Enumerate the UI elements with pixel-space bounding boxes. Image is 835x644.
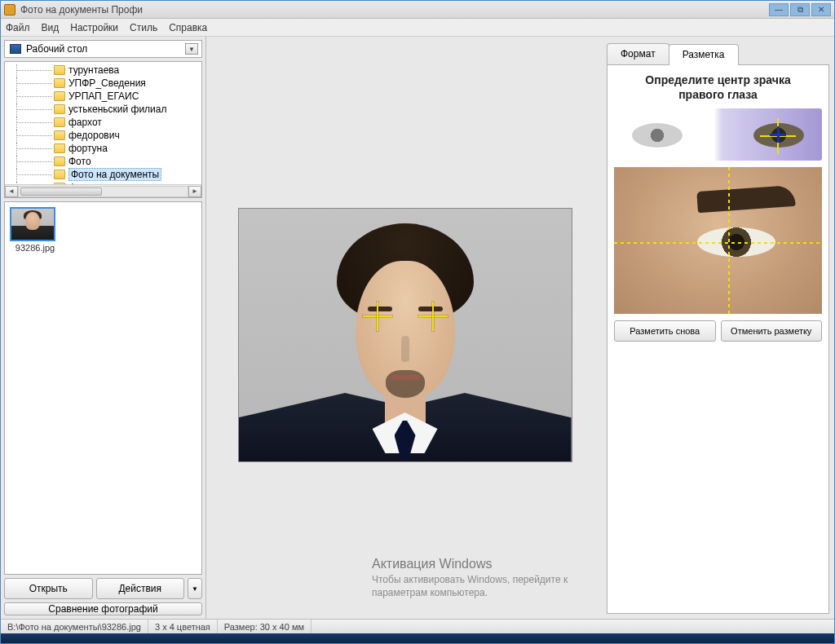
folder-icon xyxy=(54,130,65,140)
tree-item-label: Фото xyxy=(68,156,91,167)
guide-line-h xyxy=(614,242,822,244)
tree-item-label: турунтаева xyxy=(68,64,119,76)
tree-item[interactable]: турунтаева xyxy=(5,64,201,77)
menu-style[interactable]: Стиль xyxy=(130,22,157,33)
tree-item[interactable]: федорович xyxy=(5,129,201,142)
tab-body: Определите центр зрачка правого глаза Ра… xyxy=(607,64,829,614)
tree-item[interactable]: УРПАП_ЕГАИС xyxy=(5,90,201,103)
tree-item-label: федорович xyxy=(68,130,120,141)
scroll-right-icon[interactable]: ► xyxy=(188,186,201,197)
thumbnail-image xyxy=(10,207,55,241)
actions-dropdown[interactable]: ▼ xyxy=(188,578,202,599)
menu-help[interactable]: Справка xyxy=(169,22,207,33)
app-icon xyxy=(4,4,15,15)
tree-item-label: устькеньский филиал xyxy=(68,104,167,115)
status-bar: B:\Фото на документы\93286.jpg 3 x 4 цве… xyxy=(1,619,834,633)
scroll-left-icon[interactable]: ◄ xyxy=(5,186,18,197)
folder-icon xyxy=(54,157,65,166)
windows-activation-watermark: Активация Windows Чтобы активировать Win… xyxy=(372,555,592,599)
tree-item-label: УРПАП_ЕГАИС xyxy=(68,90,139,102)
thumbnail-label: 93286.jpg xyxy=(10,243,60,253)
os-taskbar[interactable] xyxy=(1,633,834,643)
zoom-preview[interactable] xyxy=(614,167,822,314)
tree-item-label: УПФР_Сведения xyxy=(68,77,146,89)
cancel-markup-button[interactable]: Отменить разметку xyxy=(721,320,823,342)
tree-item[interactable]: Фото на документы xyxy=(5,168,201,181)
scroll-thumb[interactable] xyxy=(20,187,102,196)
status-size: Размер: 30 x 40 мм xyxy=(218,620,311,633)
status-color: 3 x 4 цветная xyxy=(148,620,218,633)
actions-button[interactable]: Действия xyxy=(96,578,185,599)
compare-button[interactable]: Сравнение фотографий xyxy=(4,602,202,615)
panel-tabs: Формат Разметка xyxy=(607,42,829,64)
tree-hscroll[interactable]: ◄ ► xyxy=(5,184,201,197)
tree-item[interactable]: фортуна xyxy=(5,142,201,155)
open-button[interactable]: Открыть xyxy=(4,578,93,599)
main-photo[interactable] xyxy=(238,208,572,462)
sidebar: Рабочий стол ▼ турунтаеваУПФР_СведенияУР… xyxy=(1,37,206,619)
tree-item[interactable]: Фото xyxy=(5,155,201,168)
tree-item-label: фархот xyxy=(68,117,102,128)
location-combo[interactable]: Рабочий стол ▼ xyxy=(4,40,202,58)
guide-line-v xyxy=(728,167,730,314)
folder-icon xyxy=(54,78,65,88)
tab-markup[interactable]: Разметка xyxy=(669,44,739,65)
tree-item-label: фото паспорт xyxy=(68,182,130,184)
menu-file[interactable]: Файл xyxy=(6,22,30,33)
tree-item[interactable]: фото паспорт xyxy=(5,181,201,184)
folder-icon xyxy=(54,183,65,184)
tree-item[interactable]: УПФР_Сведения xyxy=(5,77,201,90)
thumbnail-item[interactable]: 93286.jpg xyxy=(10,207,60,253)
remark-button[interactable]: Разметить снова xyxy=(614,320,716,342)
status-path: B:\Фото на документы\93286.jpg xyxy=(1,620,148,633)
location-label: Рабочий стол xyxy=(26,43,87,55)
menu-view[interactable]: Вид xyxy=(42,22,60,33)
folder-icon xyxy=(54,117,65,127)
preview-area: Активация Windows Чтобы активировать Win… xyxy=(206,37,603,619)
close-button[interactable]: ✕ xyxy=(811,3,831,16)
tree-item-label: фортуна xyxy=(68,143,108,154)
tree-item-label: Фото на документы xyxy=(68,168,161,181)
desktop-icon xyxy=(10,44,21,54)
instruction-text: Определите центр зрачка правого глаза xyxy=(614,73,822,102)
tab-format[interactable]: Формат xyxy=(607,43,669,64)
eye-demo-image xyxy=(614,108,822,161)
tree-item[interactable]: фархот xyxy=(5,116,201,129)
folder-icon xyxy=(54,143,65,153)
thumbnail-pane: 93286.jpg xyxy=(4,201,202,575)
chevron-down-icon[interactable]: ▼ xyxy=(185,43,198,55)
tree-item[interactable]: устькеньский филиал xyxy=(5,103,201,116)
window-title: Фото на документы Профи xyxy=(20,4,143,15)
right-panel: Формат Разметка Определите центр зрачка … xyxy=(603,37,834,619)
folder-icon xyxy=(54,65,65,75)
demo-plus-icon xyxy=(770,126,786,143)
menu-settings[interactable]: Настройки xyxy=(70,22,118,33)
titlebar: Фото на документы Профи — ⧉ ✕ xyxy=(1,1,834,19)
folder-icon xyxy=(54,91,65,101)
folder-icon xyxy=(54,170,65,179)
folder-tree: турунтаеваУПФР_СведенияУРПАП_ЕГАИСустьке… xyxy=(4,61,202,198)
menubar: Файл Вид Настройки Стиль Справка xyxy=(1,19,834,37)
maximize-button[interactable]: ⧉ xyxy=(790,3,810,16)
folder-icon xyxy=(54,104,65,114)
app-window: Фото на документы Профи — ⧉ ✕ Файл Вид Н… xyxy=(0,0,835,644)
minimize-button[interactable]: — xyxy=(769,3,789,16)
